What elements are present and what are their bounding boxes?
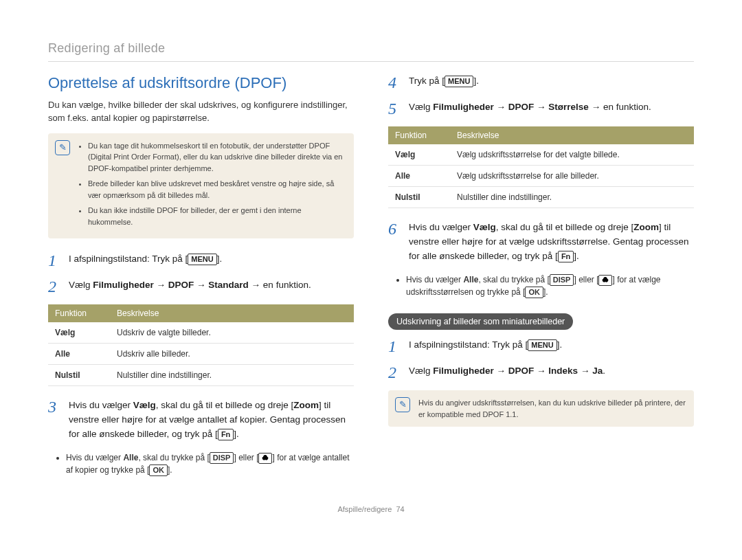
step-4: 4 Tryk på [MENU].	[388, 74, 694, 91]
step-number: 2	[48, 278, 62, 295]
step-number: 3	[48, 399, 62, 415]
thumb-step-1: 1 I afspilningstilstand: Tryk på [MENU].	[388, 338, 694, 355]
ok-key: OK	[149, 464, 168, 476]
note-item: Du kan ikke indstille DPOF for billeder,…	[88, 205, 346, 227]
table-row: Vælg Udskriv de valgte billeder.	[48, 322, 354, 344]
ok-key: OK	[525, 287, 543, 298]
pencil-icon: ✎	[395, 397, 410, 412]
step-number: 4	[388, 74, 402, 91]
note-item: Du kan tage dit hukommelseskort til en f…	[88, 140, 346, 175]
step-number: 1	[388, 338, 402, 355]
step-text: Tryk på [MENU].	[409, 74, 694, 89]
step-text: I afspilningstilstand: Tryk på [MENU].	[409, 338, 694, 352]
thumb-step-2: 2 Vælg Filmuligheder → DPOF → Indeks → J…	[388, 364, 694, 381]
footer-label: Afspille/redigere	[337, 505, 392, 513]
menu-key: MENU	[528, 339, 556, 351]
menu-key: MENU	[445, 76, 473, 87]
sub-list: Hvis du vælger Alle, skal du trykke på […	[388, 273, 694, 298]
two-column-layout: Oprettelse af udskriftsordre (DPOF) Du k…	[48, 74, 694, 484]
pencil-icon: ✎	[55, 140, 70, 155]
note-list: Du kan tage dit hukommelseskort til en f…	[78, 140, 346, 228]
step-text: Vælg Filmuligheder → DPOF → Standard → e…	[69, 278, 354, 293]
sub-item: Hvis du vælger Alle, skal du trykke på […	[406, 273, 694, 298]
sub-item: Hvis du vælger Alle, skal du trykke på […	[66, 451, 354, 476]
step-text: Hvis du vælger Vælg, skal du gå til et b…	[409, 221, 694, 264]
step-number: 2	[388, 364, 402, 381]
function-table-left: Funktion Beskrivelse Vælg Udskriv de val…	[48, 304, 354, 386]
note-item: Brede billeder kan blive udskrevet med b…	[88, 178, 346, 201]
note-box-1: ✎ Du kan tage dit hukommelseskort til en…	[48, 133, 354, 239]
disp-key: DISP	[550, 274, 574, 286]
breadcrumb: Redigering af billede	[48, 41, 694, 62]
disp-key: DISP	[210, 452, 234, 464]
note-box-2: ✎ Hvis du angiver udskriftsstørrelsen, k…	[388, 390, 694, 427]
fn-key: Fn	[218, 429, 234, 440]
page-number: 74	[396, 505, 404, 513]
step-2: 2 Vælg Filmuligheder → DPOF → Standard →…	[48, 278, 354, 295]
fn-key: Fn	[558, 251, 574, 262]
note-text: Hvis du angiver udskriftsstørrelsen, kan…	[418, 397, 686, 420]
right-column: 4 Tryk på [MENU]. 5 Vælg Filmuligheder →…	[388, 74, 694, 484]
table-header: Beskrivelse	[450, 126, 694, 144]
table-header: Funktion	[388, 126, 450, 144]
table-row: Alle Udskriv alle billeder.	[48, 344, 354, 365]
step-6: 6 Hvis du vælger Vælg, skal du gå til et…	[388, 221, 694, 264]
table-header: Funktion	[48, 304, 110, 322]
subsection-pill: Udskrivning af billeder som miniaturebil…	[388, 313, 573, 330]
table-row: Alle Vælg udskriftsstørrelse for alle bi…	[388, 166, 694, 187]
table-row: Nulstil Nulstiller dine indstillinger.	[388, 187, 694, 208]
step-text: Hvis du vælger Vælg, skal du gå til et b…	[69, 399, 354, 442]
menu-key: MENU	[188, 254, 216, 265]
step-number: 1	[48, 252, 62, 269]
sub-list: Hvis du vælger Alle, skal du trykke på […	[48, 451, 354, 476]
table-row: Vælg Vælg udskriftsstørrelse for det val…	[388, 144, 694, 166]
section-title: Oprettelse af udskriftsordre (DPOF)	[48, 74, 354, 92]
step-text: I afspilningstilstand: Tryk på [MENU].	[69, 252, 354, 267]
step-3: 3 Hvis du vælger Vælg, skal du gå til et…	[48, 399, 354, 442]
flower-icon	[258, 453, 272, 464]
step-number: 6	[388, 221, 402, 237]
left-column: Oprettelse af udskriftsordre (DPOF) Du k…	[48, 74, 354, 484]
page-footer: Afspille/redigere 74	[48, 505, 694, 513]
table-header: Beskrivelse	[110, 304, 354, 322]
step-5: 5 Vælg Filmuligheder → DPOF → Størrelse …	[388, 100, 694, 117]
flower-icon	[598, 275, 612, 286]
function-table-right: Funktion Beskrivelse Vælg Vælg udskrifts…	[388, 126, 694, 208]
step-text: Vælg Filmuligheder → DPOF → Størrelse → …	[409, 100, 694, 115]
step-1: 1 I afspilningstilstand: Tryk på [MENU].	[48, 252, 354, 269]
step-number: 5	[388, 100, 402, 117]
table-row: Nulstil Nulstiller dine indstillinger.	[48, 365, 354, 386]
step-text: Vælg Filmuligheder → DPOF → Indeks → Ja.	[409, 364, 694, 379]
intro-paragraph: Du kan vælge, hvilke billeder der skal u…	[48, 99, 354, 125]
manual-page: Redigering af billede Oprettelse af udsk…	[0, 0, 742, 541]
